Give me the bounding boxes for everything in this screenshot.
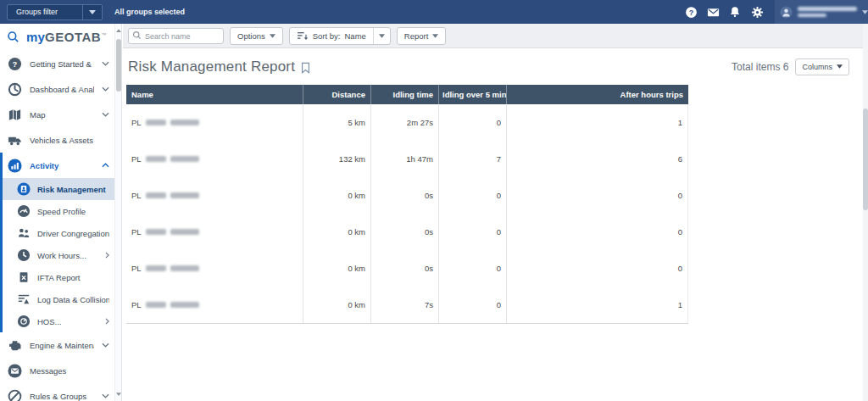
search-icon xyxy=(132,31,142,40)
chevron-down-icon xyxy=(102,343,109,348)
people-icon xyxy=(17,226,31,240)
idling-over-5min-cell: 0 xyxy=(439,177,507,214)
ifta-document-icon xyxy=(17,270,31,284)
distance-cell: 132 km xyxy=(303,141,371,177)
sidebar-item-activity[interactable]: Activity xyxy=(3,153,114,178)
table-row[interactable]: PL 0 km 0s 0 0 xyxy=(126,177,688,214)
messages-icon xyxy=(8,364,22,378)
search-name-input[interactable] xyxy=(128,28,224,44)
sidebar-item-risk-management[interactable]: Risk Management xyxy=(3,178,114,200)
sort-caret-button[interactable] xyxy=(373,28,390,44)
table-header-row: Name Distance Idling time Idling over 5 … xyxy=(126,85,688,104)
column-header-after-hours-trips[interactable]: After hours trips xyxy=(507,85,688,104)
column-header-idling-over-5min[interactable]: Idling over 5 min... xyxy=(439,85,507,104)
bell-icon[interactable] xyxy=(724,0,746,24)
mygeotab-logo: myGEOTAB™ xyxy=(26,30,106,44)
groups-filter-caret-icon[interactable] xyxy=(82,5,102,19)
sidebar-item-messages[interactable]: Messages xyxy=(0,358,114,383)
vehicle-name-redacted: PL xyxy=(131,154,199,164)
column-header-name[interactable]: Name xyxy=(126,85,303,104)
dashboard-icon xyxy=(8,82,22,97)
report-toolbar: Options Sort by: Name Report xyxy=(123,24,868,48)
groups-filter-label: Groups filter xyxy=(8,5,82,19)
sidebar-header: myGEOTAB™ xyxy=(0,24,121,49)
idling-over-5min-cell: 0 xyxy=(439,214,507,250)
table-row[interactable]: PL 132 km 1h 47m 7 6 xyxy=(126,141,688,177)
sidebar-item-work-hours[interactable]: Work Hours... xyxy=(3,244,114,266)
after-hours-trips-cell: 6 xyxy=(507,141,688,177)
sidebar-item-engine-maintenance[interactable]: Engine & Maintenance xyxy=(0,332,114,358)
table-row[interactable]: PL 5 km 2m 27s 0 1 xyxy=(126,104,688,141)
total-items-count: 6 xyxy=(783,61,789,73)
sidebar-scrollbar[interactable] xyxy=(114,24,121,401)
sidebar-item-driver-congregation[interactable]: Driver Congregation xyxy=(3,222,114,244)
page-title: Risk Management Report xyxy=(128,58,310,75)
column-header-distance[interactable]: Distance xyxy=(303,85,371,104)
sidebar-item-rules-groups[interactable]: Rules & Groups xyxy=(0,383,114,401)
sidebar: myGEOTAB™ ? Getting Started & Help Dashb… xyxy=(0,24,122,401)
sidebar-item-map[interactable]: Map xyxy=(0,102,114,127)
scroll-up-icon[interactable] xyxy=(115,26,122,35)
chevron-down-icon xyxy=(102,112,109,117)
mail-icon[interactable] xyxy=(702,0,724,24)
vehicle-name-redacted: PL xyxy=(131,227,199,237)
main-content: Options Sort by: Name Report xyxy=(123,24,868,401)
topbar: Groups filter All groups selected ? xyxy=(0,0,868,24)
map-icon xyxy=(8,108,22,122)
after-hours-trips-cell: 1 xyxy=(507,104,688,141)
hos-gauge-icon xyxy=(17,315,31,328)
sort-by-button[interactable]: Sort by: Name xyxy=(290,28,373,44)
main-scrollbar-thumb[interactable] xyxy=(863,109,868,210)
sidebar-item-ifta-report[interactable]: IFTA Report xyxy=(3,266,114,288)
caret-down-icon xyxy=(837,64,843,69)
caret-down-icon xyxy=(432,34,438,38)
submenu-arrow-icon xyxy=(105,252,109,259)
svg-text:?: ? xyxy=(13,58,18,68)
risk-management-icon xyxy=(17,182,31,196)
scroll-down-icon[interactable] xyxy=(115,390,122,398)
after-hours-trips-cell: 0 xyxy=(507,250,688,287)
idling-time-cell: 1h 47m xyxy=(371,141,439,177)
table-row[interactable]: PL 0 km 0s 0 0 xyxy=(126,214,688,250)
sidebar-item-getting-started[interactable]: ? Getting Started & Help xyxy=(0,51,114,76)
table-row[interactable]: PL 0 km 0s 0 0 xyxy=(126,250,688,287)
table-row[interactable]: PL 0 km 7s 0 1 xyxy=(126,287,688,323)
bookmark-icon[interactable] xyxy=(301,62,310,74)
distance-cell: 0 km xyxy=(303,287,371,323)
gear-icon[interactable] xyxy=(746,0,768,24)
options-button[interactable]: Options xyxy=(230,27,283,45)
vehicle-name-redacted: PL xyxy=(131,191,199,200)
svg-text:?: ? xyxy=(688,8,693,16)
sidebar-item-hos[interactable]: HOS... xyxy=(3,310,114,332)
idling-time-cell: 0s xyxy=(371,250,439,287)
speedometer-icon xyxy=(17,204,31,218)
idling-over-5min-cell: 7 xyxy=(439,141,507,177)
user-avatar-icon xyxy=(780,6,793,19)
sort-by-control[interactable]: Sort by: Name xyxy=(289,27,391,45)
sidebar-scrollbar-thumb[interactable] xyxy=(116,39,121,92)
sort-icon xyxy=(297,31,309,41)
vehicle-name-redacted: PL xyxy=(131,118,199,127)
title-row: Risk Management Report Total items 6 Col… xyxy=(123,48,868,85)
idling-time-cell: 2m 27s xyxy=(371,104,439,141)
sidebar-item-speed-profile[interactable]: Speed Profile xyxy=(3,200,114,222)
idling-over-5min-cell: 0 xyxy=(439,287,507,323)
search-icon[interactable] xyxy=(7,31,19,43)
sidebar-item-vehicles-assets[interactable]: Vehicles & Assets xyxy=(0,127,114,153)
sidebar-item-log-data-collisions[interactable]: Log Data & Collisions xyxy=(3,288,114,310)
user-info-redacted xyxy=(798,7,857,17)
chevron-down-icon xyxy=(102,393,109,398)
idling-time-cell: 0s xyxy=(371,177,439,214)
column-header-idling-time[interactable]: Idling time xyxy=(371,85,439,104)
idling-over-5min-cell: 0 xyxy=(439,104,507,141)
main-scrollbar[interactable] xyxy=(863,24,868,401)
columns-button[interactable]: Columns xyxy=(795,58,849,75)
user-menu[interactable] xyxy=(775,0,868,24)
submenu-arrow-icon xyxy=(105,318,109,325)
groups-filter-button[interactable]: Groups filter xyxy=(7,4,103,20)
help-icon[interactable]: ? xyxy=(680,0,702,24)
sidebar-item-dashboard-analytics[interactable]: Dashboard & Analytics xyxy=(0,76,114,102)
groups-status-text: All groups selected xyxy=(114,8,185,16)
truck-icon xyxy=(8,133,22,148)
report-button[interactable]: Report xyxy=(397,27,447,45)
